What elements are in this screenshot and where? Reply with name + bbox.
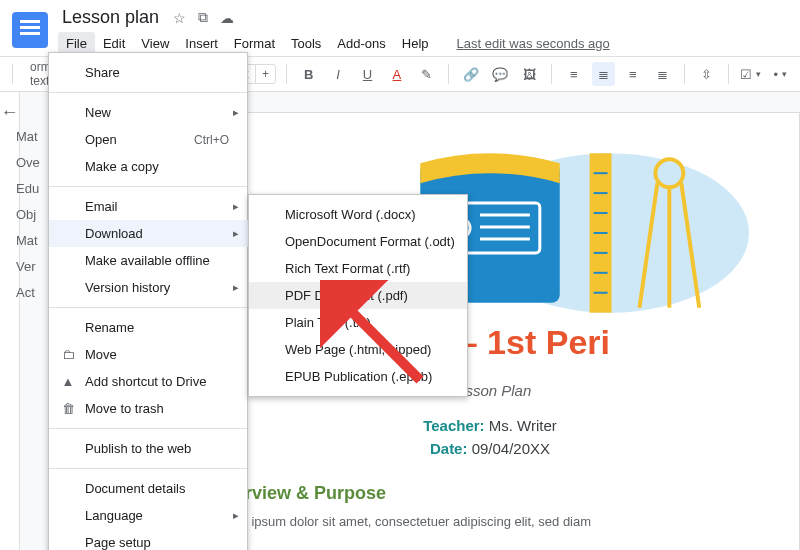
checklist-button[interactable]: ☑ xyxy=(739,62,762,86)
menu-item-move-to-trash[interactable]: 🗑Move to trash xyxy=(49,395,249,422)
drive-shortcut-icon: ▲ xyxy=(59,374,77,389)
submenu-item-odt[interactable]: OpenDocument Format (.odt) xyxy=(249,228,467,255)
menu-item-language[interactable]: Language xyxy=(49,502,249,529)
submenu-item-txt[interactable]: Plain Text (.txt) xyxy=(249,309,467,336)
docs-logo[interactable] xyxy=(12,12,48,48)
line-spacing-button[interactable]: ⇳ xyxy=(695,62,718,86)
outline-item[interactable]: Act xyxy=(16,280,48,306)
document-outline: Mat Ove Edu Obj Mat Ver Act xyxy=(16,124,48,306)
date-value: 09/04/20XX xyxy=(467,440,550,457)
submenu-item-pdf[interactable]: PDF Document (.pdf) xyxy=(249,282,467,309)
menu-item-version-history[interactable]: Version history xyxy=(49,274,249,301)
align-center-button[interactable]: ≣ xyxy=(592,62,615,86)
outline-item[interactable]: Ver xyxy=(16,254,48,280)
outline-item[interactable]: Edu xyxy=(16,176,48,202)
date-label: Date: xyxy=(430,440,468,457)
trash-icon: 🗑 xyxy=(59,401,77,416)
document-title[interactable]: Lesson plan xyxy=(58,5,163,30)
font-size-increase[interactable]: + xyxy=(256,65,275,83)
file-menu: Share New OpenCtrl+O Make a copy Email D… xyxy=(48,52,248,550)
submenu-item-epub[interactable]: EPUB Publication (.epub) xyxy=(249,363,467,390)
italic-button[interactable]: I xyxy=(326,62,349,86)
menu-item-rename[interactable]: Rename xyxy=(49,314,249,341)
star-icon[interactable]: ☆ xyxy=(171,10,187,26)
text-color-button[interactable]: A xyxy=(385,62,408,86)
menu-item-share[interactable]: Share xyxy=(49,59,249,86)
back-arrow-icon[interactable]: ← xyxy=(1,102,19,122)
cloud-status-icon[interactable]: ☁ xyxy=(219,10,235,26)
teacher-value: Ms. Writer xyxy=(485,417,557,434)
menu-item-move[interactable]: 🗀Move xyxy=(49,341,249,368)
menu-addons[interactable]: Add-ons xyxy=(329,32,393,55)
menu-tools[interactable]: Tools xyxy=(283,32,329,55)
move-folder-icon[interactable]: ⧉ xyxy=(195,10,211,26)
bold-button[interactable]: B xyxy=(297,62,320,86)
submenu-item-rtf[interactable]: Rich Text Format (.rtf) xyxy=(249,255,467,282)
menu-item-doc-details[interactable]: Document details xyxy=(49,475,249,502)
outline-item[interactable]: Mat xyxy=(16,228,48,254)
align-justify-button[interactable]: ≣ xyxy=(650,62,673,86)
last-edit-link[interactable]: Last edit was seconds ago xyxy=(449,32,618,55)
menu-item-open[interactable]: OpenCtrl+O xyxy=(49,126,249,153)
doc-body-text[interactable]: Lorem ipsum dolor sit amet, consectetuer… xyxy=(211,514,769,529)
menu-item-make-copy[interactable]: Make a copy xyxy=(49,153,249,180)
menu-item-make-offline[interactable]: Make available offline xyxy=(49,247,249,274)
menu-item-add-shortcut[interactable]: ▲Add shortcut to Drive xyxy=(49,368,249,395)
menu-item-publish[interactable]: Publish to the web xyxy=(49,435,249,462)
menu-item-new[interactable]: New xyxy=(49,99,249,126)
menu-help[interactable]: Help xyxy=(394,32,437,55)
folder-icon: 🗀 xyxy=(59,347,77,362)
bulleted-list-button[interactable]: • xyxy=(769,62,792,86)
download-submenu: Microsoft Word (.docx) OpenDocument Form… xyxy=(248,194,468,397)
outline-item[interactable]: Ove xyxy=(16,150,48,176)
insert-link-button[interactable]: 🔗 xyxy=(459,62,482,86)
insert-image-button[interactable]: 🖼 xyxy=(518,62,541,86)
submenu-item-html[interactable]: Web Page (.html, zipped) xyxy=(249,336,467,363)
align-left-button[interactable]: ≡ xyxy=(562,62,585,86)
outline-item[interactable]: Mat xyxy=(16,124,48,150)
doc-heading-2[interactable]: Overview & Purpose xyxy=(211,483,769,504)
insert-comment-button[interactable]: 💬 xyxy=(488,62,511,86)
outline-item[interactable]: Obj xyxy=(16,202,48,228)
underline-button[interactable]: U xyxy=(356,62,379,86)
teacher-label: Teacher: xyxy=(423,417,484,434)
align-right-button[interactable]: ≡ xyxy=(621,62,644,86)
menu-item-page-setup[interactable]: Page setup xyxy=(49,529,249,550)
highlight-button[interactable]: ✎ xyxy=(415,62,438,86)
menu-item-download[interactable]: Download xyxy=(49,220,249,247)
menu-item-email[interactable]: Email xyxy=(49,193,249,220)
submenu-item-docx[interactable]: Microsoft Word (.docx) xyxy=(249,201,467,228)
